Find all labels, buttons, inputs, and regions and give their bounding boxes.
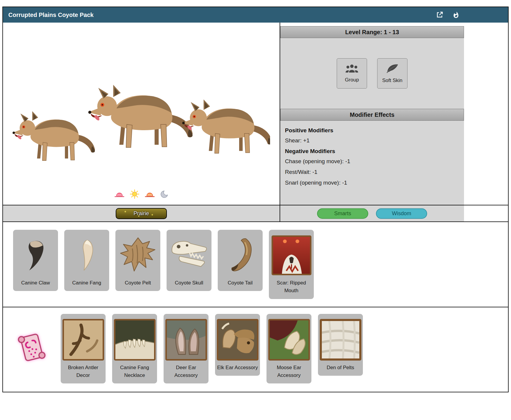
main-row: Level Range: 1 - 13 Group Soft Skin Modi… <box>3 23 508 205</box>
canine-fang-necklace-icon <box>114 317 156 362</box>
day-icon <box>130 189 139 200</box>
external-link-icon[interactable] <box>436 11 443 19</box>
stat-smarts-badge[interactable]: Smarts <box>317 208 368 219</box>
biome-strip: Prairie <box>3 205 280 221</box>
craft-item-canine-fang-necklace[interactable]: Canine Fang Necklace <box>112 314 157 384</box>
crafting-section: Broken Antler Decor Canine Fang Necklace… <box>3 307 508 392</box>
positive-modifiers-header: Positive Modifiers <box>285 127 459 134</box>
coyote-tail-icon <box>224 233 256 277</box>
active-time-row <box>115 189 168 200</box>
coyote-pelt-icon <box>119 233 157 277</box>
biome-prairie-badge[interactable]: Prairie <box>116 208 167 219</box>
info-column: Level Range: 1 - 13 Group Soft Skin Modi… <box>280 23 508 205</box>
item-label: Coyote Tail <box>228 279 253 287</box>
item-label: Deer Ear Accessory <box>166 364 206 380</box>
enemy-info-window: Corrupted Plains Coyote Pack <box>2 7 509 392</box>
modifier-effects-header: Modifier Effects <box>280 109 464 121</box>
item-label: Coyote Pelt <box>125 279 151 287</box>
modifier-line: Shear: +1 <box>285 137 459 144</box>
modifier-line: Chase (opening move): -1 <box>285 158 459 165</box>
strip-row: Prairie Smarts Wisdom <box>3 205 508 222</box>
group-label: Group <box>345 77 359 83</box>
page-title: Corrupted Plains Coyote Pack <box>8 12 94 18</box>
craft-item-den-of-pelts[interactable]: Den of Pelts <box>318 314 363 376</box>
canine-claw-icon <box>20 233 52 277</box>
item-label: Scar: Ripped Mouth <box>271 279 312 295</box>
negative-modifiers-header: Negative Modifiers <box>285 148 459 155</box>
drop-item-scar-ripped-mouth[interactable]: Scar: Ripped Mouth <box>269 230 314 299</box>
drops-section: Canine Claw Canine Fang Coyote Pelt Coyo… <box>3 222 508 307</box>
item-label: Den of Pelts <box>327 364 354 372</box>
item-label: Moose Ear Accessory <box>269 364 309 380</box>
stat-wisdom-badge[interactable]: Wisdom <box>376 208 427 219</box>
group-icon <box>345 64 359 74</box>
creature-image-area <box>3 23 280 205</box>
coyote-skull-icon <box>170 233 209 277</box>
recipe-scroll-icon[interactable] <box>15 331 52 367</box>
deer-ear-accessory-icon <box>165 317 207 362</box>
sunset-icon <box>145 191 155 199</box>
item-label: Elk Ear Accessory <box>217 364 258 372</box>
drop-item-canine-fang[interactable]: Canine Fang <box>64 230 109 291</box>
sunrise-icon <box>115 191 125 199</box>
drop-item-coyote-skull[interactable]: Coyote Skull <box>167 230 211 291</box>
soft-skin-button[interactable]: Soft Skin <box>377 58 407 89</box>
craft-item-broken-antler-decor[interactable]: Broken Antler Decor <box>61 314 106 384</box>
titlebar: Corrupted Plains Coyote Pack <box>3 7 508 23</box>
drop-item-coyote-tail[interactable]: Coyote Tail <box>218 230 263 291</box>
craft-item-elk-ear-accessory[interactable]: Elk Ear Accessory <box>215 314 260 376</box>
item-label: Coyote Skull <box>175 279 203 287</box>
moose-ear-accessory-icon <box>268 317 310 362</box>
drop-item-canine-claw[interactable]: Canine Claw <box>13 230 58 291</box>
craft-item-moose-ear-accessory[interactable]: Moose Ear Accessory <box>267 314 311 384</box>
item-label: Canine Fang <box>72 279 101 287</box>
stats-strip: Smarts Wisdom <box>280 205 508 221</box>
elk-ear-accessory-icon <box>217 317 258 362</box>
modifier-line: Rest/Wait: -1 <box>285 169 459 175</box>
item-label: Canine Fang Necklace <box>114 364 155 380</box>
coyote-pack-image <box>11 72 270 188</box>
stats-inner: Smarts Wisdom <box>280 205 464 221</box>
modifier-line: Snarl (opening move): -1 <box>285 180 459 186</box>
scar-ripped-mouth-icon <box>272 233 311 277</box>
group-button[interactable]: Group <box>337 58 367 89</box>
flame-icon[interactable] <box>452 11 460 19</box>
feather-icon <box>386 64 399 75</box>
level-range-header: Level Range: 1 - 13 <box>280 26 464 38</box>
ability-area: Group Soft Skin <box>280 38 464 109</box>
item-label: Broken Antler Decor <box>63 364 104 380</box>
den-of-pelts-icon <box>320 317 361 362</box>
canine-fang-icon <box>72 233 101 277</box>
craft-item-deer-ear-accessory[interactable]: Deer Ear Accessory <box>164 314 209 384</box>
night-icon <box>160 190 168 199</box>
broken-antler-decor-icon <box>62 317 104 362</box>
titlebar-icons <box>436 7 460 23</box>
drop-item-coyote-pelt[interactable]: Coyote Pelt <box>115 230 160 291</box>
soft-skin-label: Soft Skin <box>382 78 402 84</box>
item-label: Canine Claw <box>21 279 50 287</box>
modifiers-panel: Positive Modifiers Shear: +1 Negative Mo… <box>280 121 464 205</box>
